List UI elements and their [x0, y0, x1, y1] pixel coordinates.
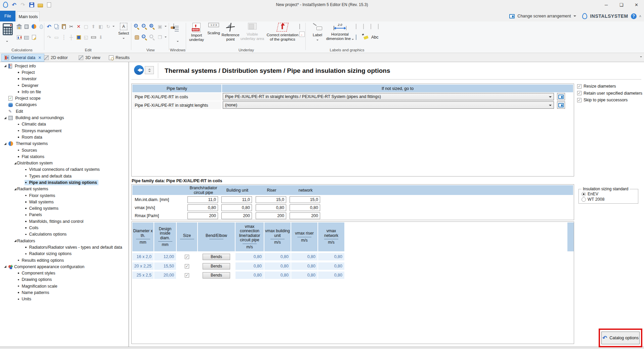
- tree-item-radiators[interactable]: Radiators: [0, 238, 128, 244]
- insert-icon[interactable]: ⬇: [98, 34, 104, 40]
- param-input[interactable]: 0,80: [187, 204, 218, 211]
- radio-wt-2008[interactable]: WT 2008: [582, 197, 605, 202]
- heat-load-icon[interactable]: [16, 23, 22, 30]
- help-icon[interactable]: ?: [631, 13, 637, 19]
- split-icon[interactable]: ┆: [61, 34, 67, 40]
- tree-item-panels[interactable]: Panels: [0, 212, 128, 218]
- tree-item-info-on-file[interactable]: Info on file: [0, 89, 128, 95]
- correct-orientation-button[interactable]: Correct orientationof the graphics: [265, 23, 300, 42]
- param-input[interactable]: 15,0: [256, 196, 286, 203]
- visible-underlay-area-button[interactable]: Visibleunderlay area: [240, 23, 265, 41]
- chevron-down-icon[interactable]: [6, 41, 8, 42]
- heating-cooling-icon[interactable]: [31, 23, 37, 30]
- tree-item-building-and-surroundings[interactable]: Building and surroundings: [0, 114, 128, 121]
- option-resize-diameters[interactable]: ✓Resize diameters: [577, 84, 616, 89]
- bends-button[interactable]: Bends: [203, 263, 230, 269]
- tree-item-climatic-data[interactable]: Climatic data: [0, 121, 128, 128]
- view-tab-general-data[interactable]: General data✕: [1, 54, 44, 62]
- close-tab-icon[interactable]: ✕: [38, 55, 41, 60]
- tree-item-floor-systems[interactable]: Floor systems: [0, 192, 128, 199]
- collapse-ribbon-icon[interactable]: ˄: [639, 14, 641, 18]
- undo-icon[interactable]: ↶: [46, 23, 52, 30]
- horizontal-dimension-button[interactable]: 2.0 Horizontaldimension line: [326, 23, 354, 41]
- tree-item-ceiling-systems[interactable]: Ceiling systems: [0, 205, 128, 212]
- tab-main-tools[interactable]: Main tools: [17, 11, 40, 21]
- chevron-down-icon[interactable]: [165, 26, 167, 27]
- tree-item-flat-stations[interactable]: Flat stations: [0, 153, 128, 160]
- cut-icon[interactable]: ✂: [68, 23, 74, 30]
- water-icon[interactable]: [38, 23, 44, 30]
- zoom-window-icon[interactable]: ▭: [141, 34, 147, 40]
- tree-item-catalogues[interactable]: Catalogues: [0, 102, 128, 108]
- delta-p-icon[interactable]: ▣: [157, 23, 163, 30]
- pan-icon[interactable]: [134, 34, 140, 40]
- selection-box-icon[interactable]: ▭: [53, 34, 59, 40]
- tree-item-drawing-options[interactable]: Drawing options: [0, 277, 128, 283]
- tree-item-coils[interactable]: Coils: [0, 225, 128, 231]
- tree-item-wall-systems[interactable]: Wall systems: [0, 199, 128, 205]
- param-input[interactable]: 11,0: [221, 196, 252, 203]
- results-chart-icon[interactable]: [16, 34, 22, 40]
- size-checkbox[interactable]: ✓: [185, 255, 189, 259]
- tree-item-units[interactable]: Units: [0, 296, 128, 302]
- align-icon[interactable]: ▢: [83, 23, 89, 30]
- label-button[interactable]: … Label: [311, 23, 324, 42]
- go-to-dropdown-0[interactable]: Pipe PE-X/AL/PE-RT in straight lenghts /…: [223, 93, 554, 100]
- param-input[interactable]: 200: [187, 212, 218, 219]
- distribute-icon[interactable]: ⬆: [90, 23, 96, 30]
- option-retain-user-specified-diameters[interactable]: ✓Retain user specified diameters: [577, 91, 642, 96]
- tab-file[interactable]: File: [0, 11, 15, 21]
- bends-button[interactable]: Bends: [203, 272, 230, 279]
- abc-text-icon[interactable]: Abc: [371, 35, 379, 40]
- delete-icon[interactable]: ✕: [76, 23, 82, 30]
- tab-list-icon[interactable]: [640, 56, 642, 57]
- zoom-previous-icon[interactable]: [149, 34, 155, 40]
- radio-button[interactable]: [582, 192, 586, 196]
- param-input[interactable]: 11,0: [187, 196, 218, 203]
- chevron-down-icon[interactable]: [113, 26, 115, 27]
- tree-item-project-scope[interactable]: ✓Project scope: [0, 95, 128, 101]
- view-tab-2d-editor[interactable]: 2D editor: [41, 54, 71, 62]
- catalog-browse-button-1[interactable]: [557, 101, 565, 109]
- view-tab-results[interactable]: Results: [106, 54, 132, 62]
- tree-item-radiators-radiator-valves-types-and-default-data[interactable]: Radiators/Radiator valves - types and de…: [0, 244, 128, 250]
- tree-item-distribution-system[interactable]: Distribution system: [0, 160, 128, 166]
- edit-label-icon[interactable]: [356, 24, 356, 29]
- calculations-button[interactable]: [2, 23, 13, 37]
- tree-item-calculations-options[interactable]: Calculations options: [0, 231, 128, 238]
- radio-button[interactable]: [582, 197, 586, 202]
- param-input[interactable]: 200: [256, 212, 286, 219]
- tree-item-magnification-scale[interactable]: Magnification scale: [0, 283, 128, 289]
- tree-item-edit[interactable]: ✎Edit: [0, 108, 128, 114]
- tree-item-radiator-sizing-options[interactable]: Radiator sizing options: [0, 251, 128, 257]
- radio-enev[interactable]: EnEV: [582, 192, 598, 196]
- checkbox[interactable]: ✓: [577, 84, 582, 89]
- tree-item-component-appearance-configuration[interactable]: Component appearance configuration: [0, 263, 128, 270]
- param-input[interactable]: 0,80: [290, 204, 320, 211]
- viewport-icon[interactable]: ❐: [157, 34, 163, 40]
- size-checkbox[interactable]: ✓: [185, 264, 189, 268]
- tree-item-name-patterns[interactable]: Name patterns: [0, 289, 128, 296]
- windows-button[interactable]: [173, 24, 174, 29]
- rotate-icon[interactable]: ↻: [105, 23, 111, 30]
- tree-item-investor[interactable]: Investor: [0, 76, 128, 82]
- paste-icon[interactable]: [61, 23, 67, 30]
- tree-item-types-and-default-data[interactable]: Types and default data: [0, 173, 128, 179]
- size-checkbox[interactable]: ✓: [185, 273, 189, 278]
- tree-item-project[interactable]: Project: [0, 69, 128, 76]
- checkbox[interactable]: ✓: [577, 98, 582, 102]
- bends-button[interactable]: Bends: [203, 254, 230, 260]
- tree-item-project-info[interactable]: Project info: [0, 63, 128, 69]
- prev-next-section-button[interactable]: [145, 66, 154, 74]
- param-input[interactable]: 0,80: [221, 204, 252, 211]
- zoom-in-icon[interactable]: +: [134, 23, 140, 30]
- tree-item-storeys-management[interactable]: Storeys management: [0, 128, 128, 134]
- redo-icon[interactable]: ↷: [46, 34, 52, 40]
- back-button[interactable]: [134, 65, 144, 75]
- grid-icon[interactable]: [356, 35, 356, 40]
- underlay-move-icon[interactable]: ←: [299, 32, 305, 37]
- graphic-frame-icon[interactable]: [378, 24, 379, 29]
- param-input[interactable]: 200: [290, 212, 320, 219]
- tree-item-radiant-systems[interactable]: Radiant systems: [0, 186, 128, 192]
- tree-item-thermal-systems[interactable]: Thermal systems: [0, 141, 128, 147]
